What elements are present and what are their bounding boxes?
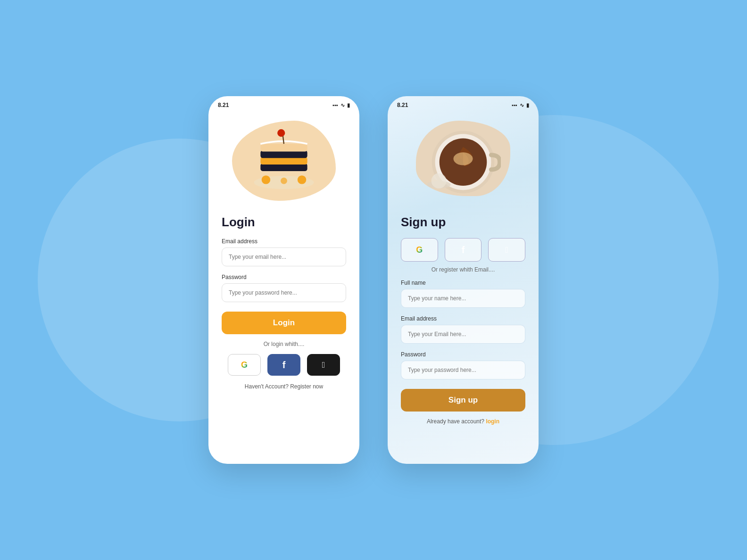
signup-title: Sign up [401,215,525,230]
login-button[interactable]: Login [222,312,346,334]
signup-email-label: Email address [401,315,525,322]
signup-footer: Already have account? login [401,418,525,425]
password-label: Password [222,274,346,280]
login-facebook-button[interactable]: f [267,354,300,376]
coffee-illustration [425,125,501,201]
login-apple-button[interactable]:  [307,354,340,376]
battery-icon: ▮ [347,102,350,108]
login-hero [208,111,359,210]
svg-line-5 [283,135,284,144]
login-footer-text: Haven't Account? Register now [245,383,323,390]
svg-point-16 [432,173,447,189]
svg-rect-1 [260,164,307,171]
login-divider: Or login whith.... [222,341,346,347]
signup-social-buttons: G f  [401,238,525,262]
login-status-icons: ▪▪▪ ∿ ▮ [332,102,350,108]
cake-illustration [249,123,319,198]
signup-google-button[interactable]: G [401,238,438,262]
login-status-bar: 8.21 ▪▪▪ ∿ ▮ [208,96,359,111]
svg-rect-3 [260,150,307,158]
facebook-icon: f [282,360,286,371]
apple-icon-signup:  [505,245,508,255]
signup-button[interactable]: Sign up [401,389,525,412]
signal-icon: ▪▪▪ [332,102,338,108]
signup-hero [388,111,539,210]
signal-icon-2: ▪▪▪ [512,102,517,108]
password-input[interactable] [222,283,346,302]
svg-point-7 [262,175,270,184]
svg-point-14 [453,152,473,165]
svg-point-9 [281,178,287,184]
svg-rect-4 [260,144,307,151]
apple-icon:  [322,360,325,370]
login-status-time: 8.21 [218,102,229,108]
google-icon: G [241,360,248,370]
login-phone: 8.21 ▪▪▪ ∿ ▮ [208,96,359,464]
facebook-icon-signup: f [462,245,465,255]
login-social-buttons: G f  [222,354,346,376]
fullname-input[interactable] [401,289,525,308]
svg-point-8 [298,175,306,184]
google-icon-signup: G [416,245,423,255]
signup-phone: 8.21 ▪▪▪ ∿ ▮ [388,96,539,464]
wifi-icon: ∿ [340,102,345,108]
signup-footer-link[interactable]: login [486,418,499,425]
phones-container: 8.21 ▪▪▪ ∿ ▮ [208,96,539,464]
signup-status-time: 8.21 [397,102,408,108]
signup-form: Sign up G f  Or register whith Email...… [388,210,539,464]
signup-email-input[interactable] [401,325,525,344]
login-form: Login Email address Password Login Or lo… [208,210,359,464]
svg-point-6 [277,129,285,137]
signup-status-bar: 8.21 ▪▪▪ ∿ ▮ [388,96,539,111]
wifi-icon-2: ∿ [520,102,524,108]
signup-status-icons: ▪▪▪ ∿ ▮ [512,102,529,108]
signup-footer-text: Already have account? [427,418,484,425]
signup-apple-button[interactable]:  [488,238,525,262]
battery-icon-2: ▮ [526,102,529,108]
signup-facebook-button[interactable]: f [445,238,482,262]
login-footer: Haven't Account? Register now [222,383,346,390]
signup-divider: Or register whith Email.... [401,266,525,273]
svg-rect-2 [260,157,307,165]
login-title: Login [222,215,346,230]
signup-password-input[interactable] [401,361,525,379]
email-input[interactable] [222,247,346,266]
fullname-label: Full name [401,280,525,286]
email-label: Email address [222,238,346,245]
login-google-button[interactable]: G [228,354,261,376]
signup-password-label: Password [401,351,525,358]
